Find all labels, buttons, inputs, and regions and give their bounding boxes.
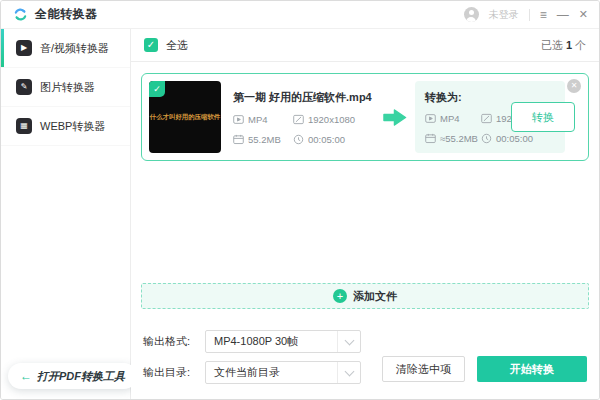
chevron-down-icon — [337, 362, 360, 383]
resolution-icon — [293, 114, 304, 125]
selected-count-number: 1 — [566, 39, 572, 51]
sidebar-item-label: 音/视频转换器 — [40, 41, 109, 56]
add-files-label: 添加文件 — [353, 289, 397, 304]
file-list: 什么才叫好用的压缩软件 ✓ 第一期 好用的压缩软件.mp4 MP4 1920x1… — [131, 62, 599, 317]
size-icon — [425, 133, 436, 144]
target-duration: 00:05:00 — [481, 133, 555, 144]
plus-icon: + — [333, 289, 347, 303]
list-header: ✓ 全选 已选 1 个 — [131, 29, 599, 62]
select-all-checkbox[interactable]: ✓ — [144, 38, 158, 52]
sidebar-item-av-converter[interactable]: ▶ 音/视频转换器 — [1, 29, 130, 68]
image-converter-icon: ✎ — [16, 79, 32, 95]
chevron-down-icon — [337, 331, 360, 352]
output-dir-select[interactable]: 文件当前目录 — [205, 361, 361, 384]
sidebar-item-webp-converter[interactable]: ▦ WEBP转换器 — [1, 107, 130, 146]
add-files-dropzone[interactable]: + 添加文件 — [141, 283, 589, 309]
source-duration: 00:05:00 — [293, 134, 379, 145]
source-meta: MP4 1920x1080 55.2MB 00:05:00 — [233, 114, 381, 145]
clear-selected-button[interactable]: 清除选中项 — [382, 356, 465, 382]
main-area: ✓ 全选 已选 1 个 什么才叫好用的压缩软件 ✓ 第一期 好用的压缩软件.mp… — [131, 29, 599, 399]
titlebar-divider — [529, 9, 530, 21]
output-format-value: MP4-1080P 30帧 — [206, 334, 337, 349]
titlebar-controls: 未登录 ≡ — ✕ — [464, 7, 588, 22]
clock-icon — [293, 134, 304, 145]
back-arrow-icon: ← — [20, 369, 32, 383]
select-all-label[interactable]: 全选 — [166, 38, 188, 53]
clock-icon — [481, 133, 492, 144]
convert-button[interactable]: 转换 — [511, 102, 575, 132]
source-format: MP4 — [233, 114, 293, 125]
size-icon — [233, 134, 244, 145]
output-format-label: 输出格式: — [143, 334, 205, 349]
bottom-controls: 输出格式: MP4-1080P 30帧 输出目录: 文件当前目录 清除选中项 开… — [131, 317, 599, 399]
output-dir-label: 输出目录: — [143, 365, 205, 380]
login-status[interactable]: 未登录 — [489, 8, 519, 22]
target-format: MP4 — [425, 113, 481, 124]
video-thumbnail: 什么才叫好用的压缩软件 ✓ — [149, 81, 221, 153]
webp-converter-icon: ▦ — [16, 118, 32, 134]
close-icon[interactable]: ✕ — [579, 9, 588, 20]
app-title: 全能转换器 — [35, 6, 98, 23]
selected-count-prefix: 已选 — [541, 38, 563, 53]
thumbnail-caption: 什么才叫好用的压缩软件 — [150, 113, 220, 122]
remove-file-icon[interactable]: ✕ — [567, 79, 581, 93]
video-converter-icon: ▶ — [16, 40, 32, 56]
sidebar-item-label: 图片转换器 — [40, 80, 95, 95]
sidebar-item-image-converter[interactable]: ✎ 图片转换器 — [1, 68, 130, 107]
source-info: 第一期 好用的压缩软件.mp4 MP4 1920x1080 55.2MB — [233, 90, 381, 145]
app-logo-icon — [12, 6, 29, 23]
output-dir-value: 文件当前目录 — [206, 365, 337, 380]
menu-icon[interactable]: ≡ — [540, 9, 547, 21]
sidebar: ▶ 音/视频转换器 ✎ 图片转换器 ▦ WEBP转换器 ← 打开PDF转换工具 — [1, 29, 131, 399]
convert-arrow-icon — [383, 109, 407, 126]
format-icon — [425, 113, 436, 124]
source-resolution: 1920x1080 — [293, 114, 379, 125]
selected-count-suffix: 个 — [575, 38, 586, 53]
pdf-tool-label: 打开PDF转换工具 — [37, 369, 125, 384]
minimize-icon[interactable]: — — [557, 9, 569, 21]
target-size: ≈55.2MB — [425, 133, 481, 144]
output-format-select[interactable]: MP4-1080P 30帧 — [205, 330, 361, 353]
start-convert-button[interactable]: 开始转换 — [477, 356, 587, 382]
sidebar-item-label: WEBP转换器 — [40, 119, 105, 134]
selected-count: 已选 1 个 — [541, 38, 586, 53]
app-window: 全能转换器 未登录 ≡ — ✕ ▶ 音/视频转换器 ✎ 图片转换器 ▦ WEBP… — [0, 0, 600, 400]
file-card: 什么才叫好用的压缩软件 ✓ 第一期 好用的压缩软件.mp4 MP4 1920x1… — [141, 73, 589, 161]
format-icon — [233, 114, 244, 125]
source-size: 55.2MB — [233, 134, 293, 145]
user-avatar-icon[interactable] — [464, 7, 479, 22]
file-name: 第一期 好用的压缩软件.mp4 — [233, 90, 381, 105]
output-format-row: 输出格式: MP4-1080P 30帧 — [143, 330, 587, 353]
resolution-icon — [481, 113, 492, 124]
open-pdf-tool-button[interactable]: ← 打开PDF转换工具 — [8, 363, 137, 389]
titlebar: 全能转换器 未登录 ≡ — ✕ — [1, 1, 599, 29]
file-checkbox[interactable]: ✓ — [149, 81, 165, 97]
